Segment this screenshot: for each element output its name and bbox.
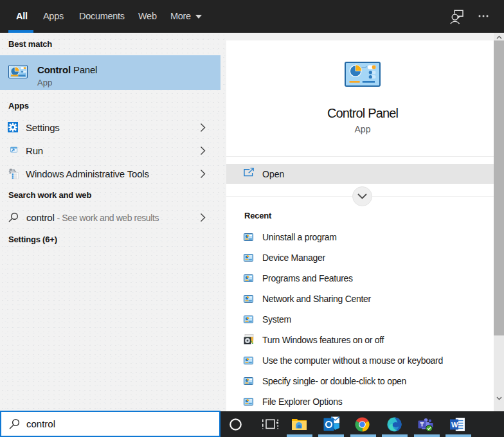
svg-text:W: W [451, 421, 458, 429]
